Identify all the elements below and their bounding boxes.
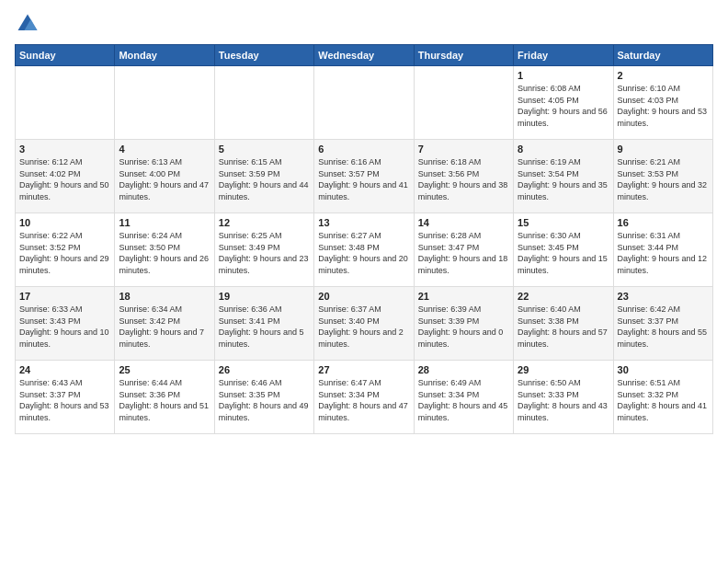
day-info: Sunrise: 6:21 AMSunset: 3:53 PMDaylight:…: [618, 156, 709, 202]
calendar-cell: 7Sunrise: 6:18 AMSunset: 3:56 PMDaylight…: [414, 140, 513, 213]
calendar-cell: 4Sunrise: 6:13 AMSunset: 4:00 PMDaylight…: [115, 140, 214, 213]
day-number: 24: [19, 364, 110, 375]
calendar-cell: 29Sunrise: 6:50 AMSunset: 3:33 PMDayligh…: [514, 361, 613, 434]
day-info: Sunrise: 6:25 AMSunset: 3:49 PMDaylight:…: [219, 230, 310, 276]
calendar-cell: 8Sunrise: 6:19 AMSunset: 3:54 PMDaylight…: [514, 140, 613, 213]
calendar-table: SundayMondayTuesdayWednesdayThursdayFrid…: [15, 44, 713, 434]
calendar-cell: 17Sunrise: 6:33 AMSunset: 3:43 PMDayligh…: [16, 287, 115, 361]
day-number: 11: [119, 217, 210, 228]
day-number: 5: [219, 144, 310, 155]
header-thursday: Thursday: [414, 45, 513, 66]
header-friday: Friday: [514, 45, 613, 66]
week-row-0: 1Sunrise: 6:08 AMSunset: 4:05 PMDaylight…: [16, 66, 713, 140]
calendar-cell: 18Sunrise: 6:34 AMSunset: 3:42 PMDayligh…: [115, 287, 214, 361]
calendar-cell: 3Sunrise: 6:12 AMSunset: 4:02 PMDaylight…: [16, 140, 115, 213]
calendar-cell: 16Sunrise: 6:31 AMSunset: 3:44 PMDayligh…: [613, 213, 712, 287]
day-number: 23: [618, 291, 709, 302]
day-info: Sunrise: 6:39 AMSunset: 3:39 PMDaylight:…: [418, 304, 509, 350]
day-number: 10: [19, 217, 110, 228]
day-info: Sunrise: 6:19 AMSunset: 3:54 PMDaylight:…: [518, 156, 609, 202]
calendar-cell: [16, 66, 115, 140]
header-sunday: Sunday: [16, 45, 115, 66]
day-info: Sunrise: 6:15 AMSunset: 3:59 PMDaylight:…: [219, 156, 310, 202]
top-section: [15, 11, 713, 37]
calendar-cell: 21Sunrise: 6:39 AMSunset: 3:39 PMDayligh…: [414, 287, 513, 361]
calendar-cell: 1Sunrise: 6:08 AMSunset: 4:05 PMDaylight…: [514, 66, 613, 140]
day-number: 25: [119, 364, 210, 375]
day-number: 15: [518, 217, 609, 228]
calendar-cell: [414, 66, 513, 140]
calendar-cell: 24Sunrise: 6:43 AMSunset: 3:37 PMDayligh…: [16, 361, 115, 434]
day-info: Sunrise: 6:24 AMSunset: 3:50 PMDaylight:…: [119, 230, 210, 276]
day-number: 18: [119, 291, 210, 302]
day-number: 7: [418, 144, 509, 155]
day-number: 3: [19, 144, 110, 155]
calendar-cell: 26Sunrise: 6:46 AMSunset: 3:35 PMDayligh…: [214, 361, 313, 434]
day-number: 2: [618, 70, 709, 81]
day-info: Sunrise: 6:36 AMSunset: 3:41 PMDaylight:…: [219, 304, 310, 350]
logo-icon: [15, 11, 40, 37]
day-info: Sunrise: 6:16 AMSunset: 3:57 PMDaylight:…: [318, 156, 409, 202]
day-number: 26: [219, 364, 310, 375]
week-row-4: 24Sunrise: 6:43 AMSunset: 3:37 PMDayligh…: [16, 361, 713, 434]
calendar-cell: 10Sunrise: 6:22 AMSunset: 3:52 PMDayligh…: [16, 213, 115, 287]
week-row-1: 3Sunrise: 6:12 AMSunset: 4:02 PMDaylight…: [16, 140, 713, 213]
day-info: Sunrise: 6:50 AMSunset: 3:33 PMDaylight:…: [518, 377, 609, 423]
day-number: 21: [418, 291, 509, 302]
calendar-cell: 6Sunrise: 6:16 AMSunset: 3:57 PMDaylight…: [314, 140, 414, 213]
day-info: Sunrise: 6:47 AMSunset: 3:34 PMDaylight:…: [318, 377, 409, 423]
week-row-2: 10Sunrise: 6:22 AMSunset: 3:52 PMDayligh…: [16, 213, 713, 287]
day-info: Sunrise: 6:42 AMSunset: 3:37 PMDaylight:…: [618, 304, 709, 350]
day-info: Sunrise: 6:18 AMSunset: 3:56 PMDaylight:…: [418, 156, 509, 202]
day-number: 27: [318, 364, 409, 375]
day-info: Sunrise: 6:44 AMSunset: 3:36 PMDaylight:…: [119, 377, 210, 423]
calendar-cell: 19Sunrise: 6:36 AMSunset: 3:41 PMDayligh…: [214, 287, 313, 361]
calendar-cell: 22Sunrise: 6:40 AMSunset: 3:38 PMDayligh…: [514, 287, 613, 361]
calendar-cell: [314, 66, 414, 140]
day-info: Sunrise: 6:40 AMSunset: 3:38 PMDaylight:…: [518, 304, 609, 350]
day-number: 9: [618, 144, 709, 155]
calendar-body: 1Sunrise: 6:08 AMSunset: 4:05 PMDaylight…: [16, 66, 713, 434]
day-number: 6: [318, 144, 409, 155]
day-info: Sunrise: 6:30 AMSunset: 3:45 PMDaylight:…: [518, 230, 609, 276]
day-info: Sunrise: 6:28 AMSunset: 3:47 PMDaylight:…: [418, 230, 509, 276]
day-info: Sunrise: 6:37 AMSunset: 3:40 PMDaylight:…: [318, 304, 409, 350]
day-info: Sunrise: 6:12 AMSunset: 4:02 PMDaylight:…: [19, 156, 110, 202]
day-number: 16: [618, 217, 709, 228]
day-number: 14: [418, 217, 509, 228]
calendar-cell: 12Sunrise: 6:25 AMSunset: 3:49 PMDayligh…: [214, 213, 313, 287]
day-number: 8: [518, 144, 609, 155]
day-info: Sunrise: 6:31 AMSunset: 3:44 PMDaylight:…: [618, 230, 709, 276]
calendar-cell: 2Sunrise: 6:10 AMSunset: 4:03 PMDaylight…: [613, 66, 712, 140]
calendar-cell: [115, 66, 214, 140]
calendar-cell: 14Sunrise: 6:28 AMSunset: 3:47 PMDayligh…: [414, 213, 513, 287]
week-row-3: 17Sunrise: 6:33 AMSunset: 3:43 PMDayligh…: [16, 287, 713, 361]
day-number: 28: [418, 364, 509, 375]
calendar-cell: 23Sunrise: 6:42 AMSunset: 3:37 PMDayligh…: [613, 287, 712, 361]
calendar-cell: 25Sunrise: 6:44 AMSunset: 3:36 PMDayligh…: [115, 361, 214, 434]
day-number: 17: [19, 291, 110, 302]
day-info: Sunrise: 6:49 AMSunset: 3:34 PMDaylight:…: [418, 377, 509, 423]
day-number: 4: [119, 144, 210, 155]
day-number: 19: [219, 291, 310, 302]
page: SundayMondayTuesdayWednesdayThursdayFrid…: [0, 0, 728, 563]
calendar-cell: 15Sunrise: 6:30 AMSunset: 3:45 PMDayligh…: [514, 213, 613, 287]
header-tuesday: Tuesday: [214, 45, 313, 66]
day-number: 22: [518, 291, 609, 302]
day-info: Sunrise: 6:08 AMSunset: 4:05 PMDaylight:…: [518, 83, 609, 129]
calendar-cell: 5Sunrise: 6:15 AMSunset: 3:59 PMDaylight…: [214, 140, 313, 213]
day-info: Sunrise: 6:34 AMSunset: 3:42 PMDaylight:…: [119, 304, 210, 350]
day-info: Sunrise: 6:43 AMSunset: 3:37 PMDaylight:…: [19, 377, 110, 423]
calendar-header: SundayMondayTuesdayWednesdayThursdayFrid…: [16, 45, 713, 66]
day-info: Sunrise: 6:33 AMSunset: 3:43 PMDaylight:…: [19, 304, 110, 350]
calendar-cell: 9Sunrise: 6:21 AMSunset: 3:53 PMDaylight…: [613, 140, 712, 213]
day-info: Sunrise: 6:13 AMSunset: 4:00 PMDaylight:…: [119, 156, 210, 202]
day-info: Sunrise: 6:51 AMSunset: 3:32 PMDaylight:…: [618, 377, 709, 423]
header-row: SundayMondayTuesdayWednesdayThursdayFrid…: [16, 45, 713, 66]
calendar-cell: 11Sunrise: 6:24 AMSunset: 3:50 PMDayligh…: [115, 213, 214, 287]
day-number: 29: [518, 364, 609, 375]
calendar-cell: [214, 66, 313, 140]
header-wednesday: Wednesday: [314, 45, 414, 66]
calendar-cell: 30Sunrise: 6:51 AMSunset: 3:32 PMDayligh…: [613, 361, 712, 434]
day-info: Sunrise: 6:10 AMSunset: 4:03 PMDaylight:…: [618, 83, 709, 129]
